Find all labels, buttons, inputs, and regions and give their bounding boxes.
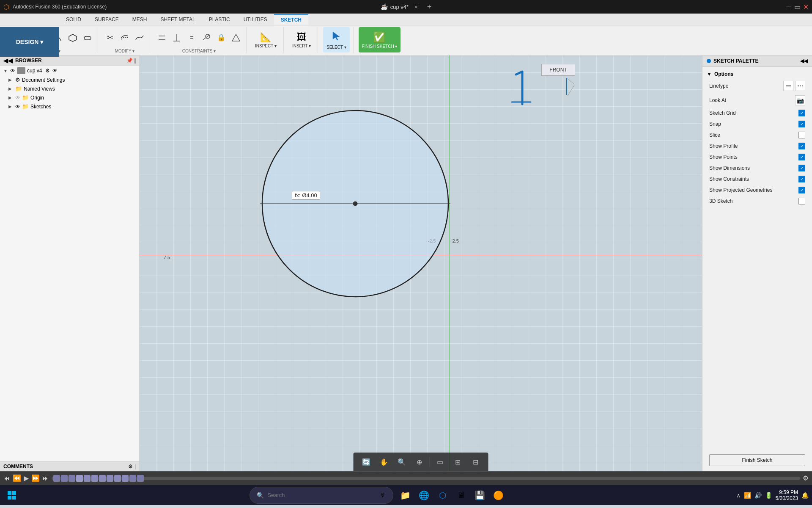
inspect-btn[interactable]: 📐 INSPECT ▾	[252, 27, 280, 52]
zoom-tool[interactable]: ⊕	[412, 454, 427, 469]
timeline-start-btn[interactable]: ⏮	[3, 475, 10, 482]
wifi-icon[interactable]: 📶	[744, 492, 751, 499]
taskbar-app4[interactable]: 🖥	[453, 487, 469, 504]
orbit-tool[interactable]: 🔄	[359, 454, 374, 469]
notification-icon[interactable]: 🔔	[801, 492, 809, 499]
look-at-icon[interactable]: 📷	[795, 95, 805, 105]
taskbar-file-manager[interactable]: 📁	[397, 487, 414, 504]
show-constraints-checkbox[interactable]: ✓	[798, 176, 805, 182]
tray-arrow-icon[interactable]: ∧	[736, 492, 741, 499]
browser-item-sketches[interactable]: ▶ 👁 📁 Sketches	[0, 102, 139, 111]
volume-icon[interactable]: 🔊	[754, 492, 762, 499]
timeline-marker-11[interactable]	[129, 475, 136, 482]
nav-cube[interactable]: FRONT	[541, 64, 575, 98]
timeline-marker-2[interactable]	[61, 475, 68, 482]
tab-solid[interactable]: SOLID	[59, 15, 88, 24]
insert-btn[interactable]: 🖼 INSERT ▾	[289, 27, 314, 52]
timeline-next-btn[interactable]: ⏩	[31, 474, 40, 482]
slot-tool[interactable]	[81, 31, 94, 44]
close-tab-btn[interactable]: ×	[414, 4, 418, 10]
taskbar-vscode[interactable]: ⬡	[434, 487, 451, 504]
scissors-tool[interactable]: ✂	[103, 31, 117, 44]
show-projected-checkbox[interactable]: ✓	[798, 187, 805, 193]
linetype-dashed-icon[interactable]	[795, 81, 805, 91]
browser-collapse-icon[interactable]: ◀◀	[3, 57, 13, 64]
zoom-fit-tool[interactable]: 🔍	[394, 454, 409, 469]
eye3-icon[interactable]: 👁	[15, 95, 20, 101]
browser-item-doc-settings[interactable]: ▶ ⚙ Document Settings	[0, 75, 139, 84]
tab-utilities[interactable]: UTILITIES	[237, 15, 274, 24]
tangent-constraint[interactable]	[200, 31, 213, 44]
taskbar-app5[interactable]: 💾	[471, 487, 488, 504]
timeline-marker-8[interactable]	[107, 475, 113, 482]
pan-tool[interactable]: ✋	[376, 454, 392, 469]
tab-sheet-metal[interactable]: SHEET METAL	[154, 15, 202, 24]
canvas-area[interactable]: 2.5 -2.5 -7.5 fx: Ø4.00 FRONT	[140, 55, 702, 471]
sketch-grid-checkbox[interactable]: ✓	[798, 110, 805, 116]
timeline-marker-4[interactable]	[76, 475, 83, 482]
polygon-tool[interactable]	[66, 31, 80, 44]
select-btn[interactable]: SELECT ▾	[323, 27, 350, 52]
timeline-play-btn[interactable]: ▶	[24, 474, 29, 482]
spline-tool[interactable]	[133, 31, 146, 44]
taskbar-browser[interactable]: 🌐	[415, 487, 432, 504]
timeline-settings-icon[interactable]: ⚙	[803, 474, 809, 482]
windows-start-btn[interactable]	[3, 487, 20, 504]
gear-icon[interactable]: ⚙	[45, 68, 50, 74]
nav-cube-front[interactable]: FRONT	[541, 64, 575, 76]
tab-sketch[interactable]: SKETCH	[274, 14, 308, 25]
tab-mesh[interactable]: MESH	[126, 15, 154, 24]
offset-tool[interactable]	[118, 31, 132, 44]
search-input[interactable]	[267, 492, 377, 498]
equal-constraint[interactable]: =	[185, 31, 198, 44]
browser-item-cup-v4[interactable]: ▼ 👁 cup v4 ⚙ 👁	[0, 66, 139, 75]
browser-pin-icon[interactable]: 📌	[126, 58, 133, 64]
timeline-marker-9[interactable]	[114, 475, 121, 482]
timeline-end-btn[interactable]: ⏭	[42, 475, 49, 482]
palette-options-header[interactable]: ▼ Options	[702, 69, 812, 79]
comments-expand-icon[interactable]: |	[134, 464, 136, 469]
design-button[interactable]: DESIGN ▾	[0, 27, 59, 57]
linetype-solid-icon[interactable]	[783, 81, 793, 91]
triangle-constraint[interactable]	[229, 31, 243, 44]
show-profile-checkbox[interactable]: ✓	[798, 143, 805, 149]
parallel-constraint[interactable]	[155, 31, 169, 44]
battery-icon[interactable]: 🔋	[765, 492, 772, 499]
close-btn[interactable]: ✕	[803, 4, 809, 10]
perp-constraint[interactable]	[170, 31, 184, 44]
timeline-marker-6[interactable]	[91, 475, 98, 482]
timeline-marker-7[interactable]	[99, 475, 106, 482]
new-tab-btn[interactable]: +	[427, 3, 432, 11]
3d-sketch-checkbox[interactable]	[798, 198, 805, 204]
slice-checkbox[interactable]	[798, 132, 805, 138]
show-dimensions-checkbox[interactable]: ✓	[798, 165, 805, 171]
palette-expand-left-icon[interactable]: ◀◀	[800, 58, 808, 64]
browser-item-origin[interactable]: ▶ 👁 📁 Origin	[0, 93, 139, 102]
taskbar-search-box[interactable]: 🔍 🎙	[250, 487, 393, 504]
timeline-marker-12[interactable]	[137, 475, 144, 482]
taskbar-app6[interactable]: 🟠	[490, 487, 507, 504]
show-points-checkbox[interactable]: ✓	[798, 154, 805, 160]
timeline-prev-btn[interactable]: ⏪	[13, 474, 21, 482]
timeline-marker-5[interactable]	[84, 475, 91, 482]
eye-icon[interactable]: 👁	[10, 68, 15, 74]
browser-item-named-views[interactable]: ▶ 📁 Named Views	[0, 84, 139, 93]
display-mode-tool[interactable]: ▭	[433, 454, 448, 469]
comments-settings-icon[interactable]: ⚙	[128, 464, 133, 469]
finish-sketch-palette-btn[interactable]: Finish Sketch	[709, 454, 805, 466]
lock-constraint[interactable]: 🔒	[214, 31, 228, 44]
snap-checkbox[interactable]: ✓	[798, 121, 805, 127]
timeline-track[interactable]	[52, 477, 800, 480]
maximize-btn[interactable]: ▭	[794, 4, 800, 10]
timeline-marker-3[interactable]	[69, 475, 75, 482]
finish-sketch-ribbon-btn[interactable]: ✅ FINISH SKETCH ▾	[359, 27, 401, 52]
eye4-icon[interactable]: 👁	[15, 104, 20, 110]
eye2-icon[interactable]: 👁	[52, 68, 58, 74]
timeline-marker-10[interactable]	[122, 475, 129, 482]
cortana-icon[interactable]: 🎙	[380, 492, 386, 499]
minimize-btn[interactable]: ─	[786, 4, 792, 10]
browser-expand-icon[interactable]: |	[134, 58, 136, 64]
tab-surface[interactable]: SURFACE	[88, 15, 126, 24]
timeline-marker-1[interactable]	[53, 475, 60, 482]
view-tool[interactable]: ⊟	[468, 454, 483, 469]
